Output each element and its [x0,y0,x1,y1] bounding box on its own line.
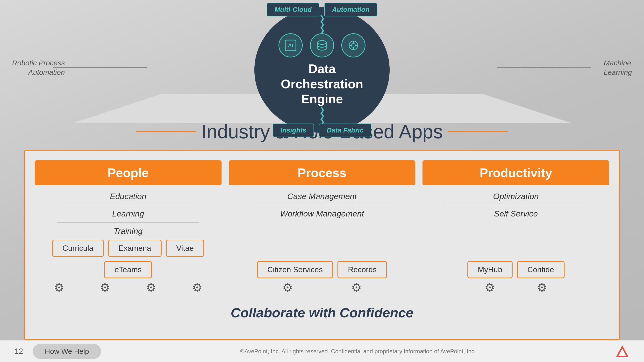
svg-text:AI: AI [288,42,293,48]
column-headers: People Process Productivity [35,160,609,185]
insights-pill: Insights [273,124,314,137]
people-item-2: Training [57,223,199,240]
svg-point-2 [318,40,326,44]
productivity-badges: MyHub Confide ⚙ ⚙ [468,261,564,294]
gear-icon-vitae: ⚙ [146,281,156,294]
productivity-col: Optimization Self Service MyHub Confide … [422,185,609,297]
collaborate-footer: Collaborate with Confidence [35,302,609,323]
myhub-badge[interactable]: MyHub [468,261,512,278]
bottom-bar: 12 How We Help ©AvePoint, Inc. All right… [0,340,644,362]
productivity-item-1: Self Service [445,205,587,222]
data-fabric-pill: Data Fabric [319,124,371,137]
people-item-1: Learning [57,205,199,222]
people-header: People [35,160,222,185]
slide: Robotic Process Automation Machine Learn… [0,0,644,362]
right-dash [448,131,508,132]
curricula-badge[interactable]: Curricula [52,240,104,257]
top-arrows: ❯❯❯ [319,15,325,33]
svg-point-4 [352,43,355,47]
ml-label: Machine Learning [604,58,632,77]
process-badges: Citizen Services Records ⚙ ⚙ [257,261,387,294]
citizen-services-badge[interactable]: Citizen Services [257,261,333,278]
how-we-help-button[interactable]: How We Help [33,344,101,359]
ai-icon: AI [278,33,303,57]
productivity-item-0: Optimization [445,188,587,205]
bottom-pills: Insights Data Fabric [273,124,371,137]
productivity-header: Productivity [422,160,609,185]
confide-badge[interactable]: Confide [517,261,564,278]
avepoint-logo [615,344,630,359]
people-badges: Curricula Examena Vitae eTeams ⚙ ⚙ ⚙ ⚙ [40,240,217,294]
page-number: 12 [14,347,23,356]
people-col: Education Learning Training Curricula Ex… [35,185,222,297]
top-pills: Multi-Cloud Automation [267,3,377,16]
apps-box: People Process Productivity Education Le… [24,150,620,340]
eteams-badge[interactable]: eTeams [104,261,152,278]
copyright-text: ©AvePoint, Inc. All rights reserved. Con… [101,348,615,355]
circle-icons: AI [278,33,366,57]
db-icon [310,33,334,57]
process-item-0: Case Management [251,188,393,205]
orchestration-title: Data Orchestration Engine [281,61,363,106]
network-icon [341,33,366,57]
process-item-1: Workflow Management [251,205,393,222]
productivity-gear-row: ⚙ ⚙ [468,281,564,294]
line-left [53,67,147,68]
gear-icon-examena: ⚙ [100,281,110,294]
automation-pill: Automation [324,3,377,16]
gear-icon-eteams: ⚙ [192,281,202,294]
gear-icon-records: ⚙ [351,281,362,294]
people-item-0: Education [57,188,199,205]
orchestration-circle: Multi-Cloud Automation ❯❯❯ AI [254,7,390,133]
bottom-arrows: ❯❯❯ [319,107,325,125]
records-badge[interactable]: Records [338,261,387,278]
process-gear-row: ⚙ ⚙ [257,281,387,294]
vitae-badge[interactable]: Vitae [166,240,204,257]
line-right [497,67,591,68]
gear-icon-curricula: ⚙ [54,281,64,294]
left-dash [136,131,196,132]
gear-icon-confide: ⚙ [537,281,547,294]
gear-icon-myhub: ⚙ [484,281,495,294]
examena-badge[interactable]: Examena [108,240,162,257]
gear-icon-citizen: ⚙ [282,281,293,294]
process-col: Case Management Workflow Management Citi… [229,185,416,297]
people-gear-row: ⚙ ⚙ ⚙ ⚙ [40,281,217,294]
process-header: Process [229,160,416,185]
column-content: Education Learning Training Curricula Ex… [35,185,609,297]
multi-cloud-pill: Multi-Cloud [267,3,319,16]
